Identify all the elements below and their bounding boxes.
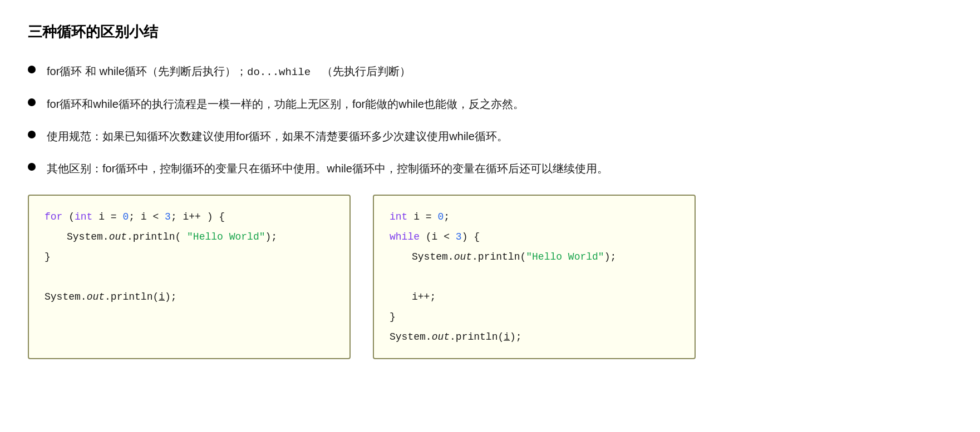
page-title: 三种循环的区别小结	[28, 22, 952, 42]
bullet-text-3: 使用规范：如果已知循环次数建议使用for循环，如果不清楚要循环多少次建议使用wh…	[47, 127, 952, 146]
bullet-text-1: for循环 和 while循环（先判断后执行）；do...while （先执行后…	[47, 62, 952, 81]
bullet-dot	[28, 98, 36, 106]
bullet-dot	[28, 66, 36, 73]
list-item: 使用规范：如果已知循环次数建议使用for循环，如果不清楚要循环多少次建议使用wh…	[28, 127, 952, 146]
bullet-dot	[28, 163, 36, 171]
code-line-4	[45, 267, 334, 287]
code-line-r4	[390, 267, 679, 287]
code-line-1: for (int i = 0; i < 3; i++ ) {	[45, 207, 334, 227]
bullet-dot	[28, 131, 36, 138]
while-loop-code-box: int i = 0; while (i < 3) { System.out.pr…	[373, 195, 696, 359]
code-boxes-container: for (int i = 0; i < 3; i++ ) { System.ou…	[28, 195, 952, 359]
code-line-3: }	[45, 247, 334, 267]
list-item: for循环和while循环的执行流程是一模一样的，功能上无区别，for能做的wh…	[28, 95, 952, 113]
bullet-text-4: 其他区别：for循环中，控制循环的变量只在循环中使用。while循环中，控制循环…	[47, 159, 952, 178]
code-line-2: System.out.println( "Hello World");	[45, 227, 334, 247]
bullet-list: for循环 和 while循环（先判断后执行）；do...while （先执行后…	[28, 62, 952, 178]
code-line-r2: while (i < 3) {	[390, 227, 679, 247]
for-loop-code-box: for (int i = 0; i < 3; i++ ) { System.ou…	[28, 195, 351, 359]
code-line-5: System.out.println(i);	[45, 287, 334, 307]
code-line-r7: System.out.println(i);	[390, 327, 679, 347]
code-line-r5: i++;	[390, 287, 679, 307]
list-item: 其他区别：for循环中，控制循环的变量只在循环中使用。while循环中，控制循环…	[28, 159, 952, 178]
bullet-text-2: for循环和while循环的执行流程是一模一样的，功能上无区别，for能做的wh…	[47, 95, 952, 113]
code-line-r6: }	[390, 307, 679, 327]
list-item: for循环 和 while循环（先判断后执行）；do...while （先执行后…	[28, 62, 952, 81]
code-line-r1: int i = 0;	[390, 207, 679, 227]
code-line-r3: System.out.println("Hello World");	[390, 247, 679, 267]
